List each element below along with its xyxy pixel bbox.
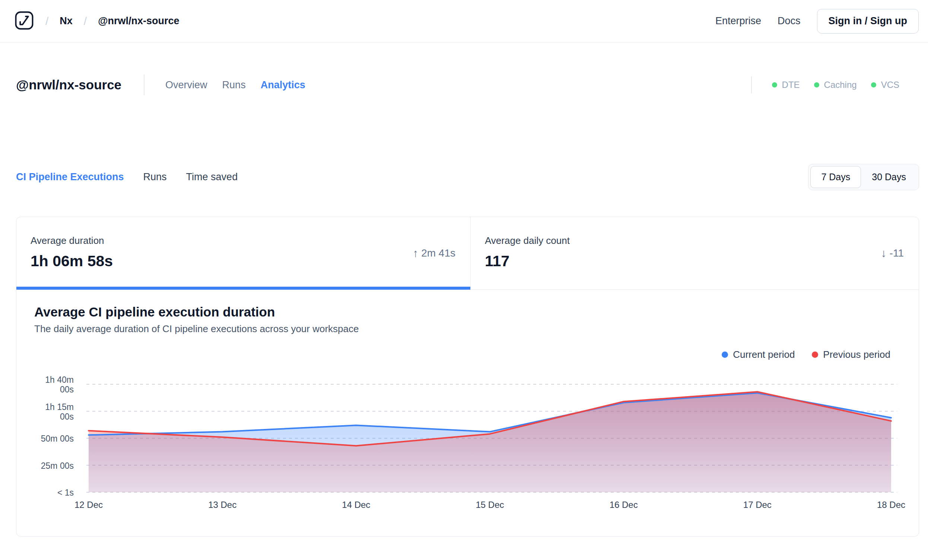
vertical-divider (751, 76, 752, 93)
arrow-down-icon: ↓ (881, 247, 887, 259)
date-range-toggle: 7 Days 30 Days (808, 164, 919, 190)
chart-subtitle: The daily average duration of CI pipelin… (34, 323, 901, 335)
status-dot-icon (772, 82, 777, 87)
sign-in-button[interactable]: Sign in / Sign up (817, 9, 919, 34)
top-nav: / Nx / @nrwl/nx-source Enterprise Docs S… (0, 0, 928, 43)
tab-analytics-runs[interactable]: Runs (143, 171, 167, 183)
nx-logo[interactable] (14, 11, 34, 31)
legend-current-period: Current period (722, 349, 795, 360)
chart-area: 1h 40m00s1h 15m00s50m 00s25m 00s< 1s12 D… (34, 366, 901, 515)
vertical-divider (144, 75, 145, 95)
tab-analytics[interactable]: Analytics (261, 79, 305, 91)
chart-section: Average CI pipeline execution duration T… (17, 290, 919, 536)
stat-label: Average duration (31, 235, 456, 247)
status-label: DTE (782, 80, 800, 90)
breadcrumb-separator: / (46, 15, 49, 27)
breadcrumb-org[interactable]: Nx (60, 15, 73, 27)
arrow-up-icon: ↑ (413, 247, 418, 259)
duration-chart: 1h 40m00s1h 15m00s50m 00s25m 00s< 1s12 D… (34, 366, 901, 514)
stat-delta-value: -11 (890, 247, 904, 259)
docs-link[interactable]: Docs (778, 15, 801, 27)
chart-title: Average CI pipeline execution duration (34, 305, 901, 319)
legend-dot-icon (812, 351, 818, 358)
stat-cards: Average duration 1h 06m 58s ↑ 2m 41s Ave… (17, 217, 919, 290)
svg-text:18 Dec: 18 Dec (877, 500, 905, 510)
stat-card-average-duration[interactable]: Average duration 1h 06m 58s ↑ 2m 41s (17, 217, 471, 289)
top-nav-right: Enterprise Docs Sign in / Sign up (715, 9, 919, 34)
analytics-toolbar: CI Pipeline Executions Runs Time saved 7… (16, 164, 919, 190)
nx-logo-icon (14, 11, 34, 32)
workspace-tabs: Overview Runs Analytics (165, 79, 305, 91)
svg-text:15 Dec: 15 Dec (476, 500, 504, 510)
stat-delta: ↑ 2m 41s (413, 247, 455, 259)
stat-value: 1h 06m 58s (31, 252, 456, 270)
legend-dot-icon (722, 351, 728, 358)
analytics-panel: Average duration 1h 06m 58s ↑ 2m 41s Ave… (16, 217, 919, 537)
svg-text:25m 00s: 25m 00s (41, 461, 74, 471)
status-dte: DTE (772, 80, 800, 90)
svg-text:< 1s: < 1s (57, 488, 74, 497)
breadcrumb-repo[interactable]: @nrwl/nx-source (98, 15, 179, 27)
stat-label: Average daily count (485, 235, 905, 247)
tab-ci-pipeline-executions[interactable]: CI Pipeline Executions (16, 171, 124, 183)
breadcrumb-separator: / (84, 15, 87, 27)
active-card-indicator (17, 287, 470, 290)
tab-runs[interactable]: Runs (222, 79, 246, 91)
svg-text:12 Dec: 12 Dec (75, 500, 103, 510)
svg-text:17 Dec: 17 Dec (743, 500, 772, 510)
stat-card-average-daily-count[interactable]: Average daily count 117 ↓ -11 (471, 217, 919, 289)
status-vcs: VCS (871, 80, 899, 90)
range-30-days[interactable]: 30 Days (861, 166, 917, 188)
analytics-tabs: CI Pipeline Executions Runs Time saved (16, 171, 238, 183)
status-caching: Caching (814, 80, 857, 90)
stat-value: 117 (485, 252, 905, 270)
workspace-status: DTE Caching VCS (751, 76, 899, 93)
svg-text:14 Dec: 14 Dec (342, 500, 370, 510)
svg-text:13 Dec: 13 Dec (208, 500, 237, 510)
tab-overview[interactable]: Overview (165, 79, 208, 91)
status-label: VCS (881, 80, 899, 90)
svg-text:16 Dec: 16 Dec (610, 500, 638, 510)
status-dot-icon (814, 82, 819, 87)
legend-label: Previous period (823, 349, 890, 360)
svg-text:50m 00s: 50m 00s (41, 434, 74, 444)
chart-legend: Current period Previous period (34, 349, 890, 360)
legend-previous-period: Previous period (812, 349, 890, 360)
status-label: Caching (824, 80, 857, 90)
status-dot-icon (871, 82, 876, 87)
stat-delta: ↓ -11 (881, 247, 904, 259)
svg-text:1h 15m00s: 1h 15m00s (45, 402, 74, 421)
range-7-days[interactable]: 7 Days (810, 166, 861, 188)
enterprise-link[interactable]: Enterprise (715, 15, 761, 27)
svg-text:1h 40m00s: 1h 40m00s (45, 375, 74, 394)
workspace-header: @nrwl/nx-source Overview Runs Analytics … (16, 75, 899, 95)
stat-delta-value: 2m 41s (421, 247, 455, 259)
tab-time-saved[interactable]: Time saved (186, 171, 238, 183)
legend-label: Current period (733, 349, 795, 360)
page-title: @nrwl/nx-source (16, 78, 121, 92)
